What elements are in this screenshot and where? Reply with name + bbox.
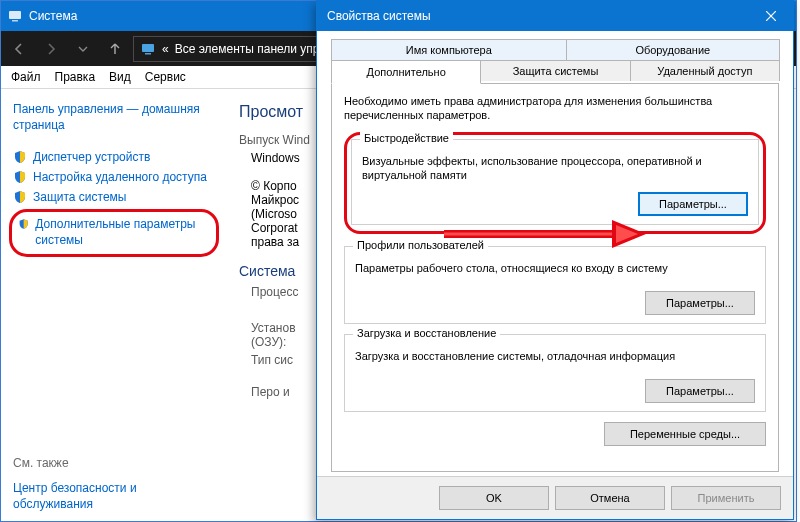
tab-system-protection[interactable]: Защита системы — [480, 60, 630, 81]
sidebar-item-remote-settings[interactable]: Настройка удаленного доступа — [13, 169, 219, 185]
dialog-close-button[interactable] — [748, 1, 793, 31]
sidebar: Панель управления — домашняя страница Ди… — [1, 89, 229, 522]
cancel-button[interactable]: Отмена — [555, 486, 665, 510]
dialog-body: Имя компьютера Оборудование Дополнительн… — [317, 31, 793, 476]
shield-icon — [13, 150, 27, 164]
back-button[interactable] — [5, 36, 33, 62]
recent-dropdown[interactable] — [69, 36, 97, 62]
sidebar-item-label: Настройка удаленного доступа — [33, 169, 207, 185]
shield-icon — [13, 170, 27, 184]
group-user-profiles: Профили пользователей Параметры рабочего… — [344, 246, 766, 324]
security-center-link[interactable]: Центр безопасности и обслуживания — [13, 480, 219, 512]
sidebar-item-advanced-settings[interactable]: Дополнительные параметры системы — [18, 216, 206, 248]
highlight-performance: Быстродействие Визуальные эффекты, испол… — [344, 132, 766, 234]
group-startup-recovery-desc: Загрузка и восстановление системы, отлад… — [355, 349, 755, 363]
tabs-row-1: Имя компьютера Оборудование — [331, 39, 779, 60]
startup-settings-button[interactable]: Параметры... — [645, 379, 755, 403]
sidebar-item-label: Дополнительные параметры системы — [35, 216, 206, 248]
group-performance-desc: Визуальные эффекты, использование процес… — [362, 154, 748, 182]
monitor-icon — [140, 41, 156, 57]
group-startup-recovery: Загрузка и восстановление Загрузка и вос… — [344, 334, 766, 412]
control-panel-home-link[interactable]: Панель управления — домашняя страница — [13, 101, 219, 133]
sidebar-item-system-protection[interactable]: Защита системы — [13, 189, 219, 205]
menu-view[interactable]: Вид — [109, 70, 131, 84]
group-user-profiles-desc: Параметры рабочего стола, относящиеся ко… — [355, 261, 755, 275]
svg-rect-7 — [145, 53, 151, 55]
environment-variables-button[interactable]: Переменные среды... — [604, 422, 766, 446]
system-properties-dialog: Свойства системы Имя компьютера Оборудов… — [316, 0, 794, 520]
menu-edit[interactable]: Правка — [55, 70, 96, 84]
sidebar-item-label: Диспетчер устройств — [33, 149, 150, 165]
system-icon — [7, 8, 23, 24]
shield-icon — [13, 190, 27, 204]
menu-file[interactable]: Файл — [11, 70, 41, 84]
apply-button[interactable]: Применить — [671, 486, 781, 510]
tab-content-advanced: Необходимо иметь права администратора дл… — [331, 83, 779, 472]
tab-advanced[interactable]: Дополнительно — [331, 60, 481, 84]
svg-rect-6 — [142, 44, 154, 52]
group-performance-legend: Быстродействие — [360, 132, 453, 144]
shield-icon — [18, 217, 29, 231]
sidebar-item-label: Защита системы — [33, 189, 126, 205]
breadcrumb-prefix: « — [162, 42, 169, 56]
up-button[interactable] — [101, 36, 129, 62]
group-user-profiles-legend: Профили пользователей — [353, 239, 488, 251]
admin-rights-note: Необходимо иметь права администратора дл… — [344, 94, 766, 122]
sidebar-item-device-manager[interactable]: Диспетчер устройств — [13, 149, 219, 165]
dialog-titlebar[interactable]: Свойства системы — [317, 1, 793, 31]
ok-button[interactable]: OK — [439, 486, 549, 510]
svg-rect-0 — [9, 11, 21, 19]
breadcrumb: Все элементы панели упр — [175, 42, 320, 56]
svg-rect-1 — [12, 20, 18, 22]
profiles-settings-button[interactable]: Параметры... — [645, 291, 755, 315]
group-startup-recovery-legend: Загрузка и восстановление — [353, 327, 500, 339]
menu-service[interactable]: Сервис — [145, 70, 186, 84]
group-performance: Быстродействие Визуальные эффекты, испол… — [351, 139, 759, 225]
dialog-button-row: OK Отмена Применить — [317, 476, 793, 519]
tabs-row-2: Дополнительно Защита системы Удаленный д… — [331, 60, 779, 83]
tab-computer-name[interactable]: Имя компьютера — [331, 39, 567, 60]
highlight-advanced-settings: Дополнительные параметры системы — [9, 209, 219, 257]
tab-hardware[interactable]: Оборудование — [566, 39, 780, 60]
dialog-title: Свойства системы — [327, 9, 748, 23]
see-also-header: См. также — [13, 456, 219, 470]
tab-remote[interactable]: Удаленный доступ — [630, 60, 780, 81]
forward-button[interactable] — [37, 36, 65, 62]
performance-settings-button[interactable]: Параметры... — [638, 192, 748, 216]
